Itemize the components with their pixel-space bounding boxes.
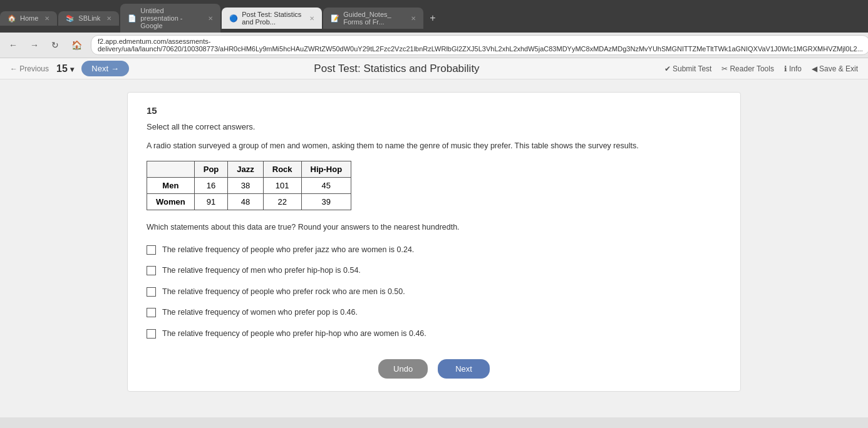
- row-men-rock: 101: [263, 177, 301, 193]
- tab-posttest[interactable]: 🔵 Post Test: Statistics and Prob... ✕: [222, 8, 322, 29]
- tab-guided-label: Guided_Notes_ Forms of Fr...: [343, 11, 405, 26]
- answer-choice-c: The relative frequency of people who pre…: [147, 285, 721, 299]
- tab-posttest-close[interactable]: ✕: [309, 15, 314, 22]
- next-button-bottom[interactable]: Next: [438, 359, 490, 379]
- table-header-rock: Rock: [263, 161, 301, 177]
- table-header-hiphop: Hip-Hop: [301, 161, 351, 177]
- toolbar-right: ✔ Submit Test ✂ Reader Tools ℹ Info ◀ Sa…: [664, 64, 858, 73]
- home-icon: 🏠: [8, 14, 16, 23]
- row-women-rock: 22: [263, 193, 301, 210]
- question-num-dropdown[interactable]: ▾: [70, 65, 74, 74]
- browser-window: 🏠 Home ✕ 📚 SBLink ✕ 📄 Untitled presentat…: [0, 0, 868, 58]
- tab-sblink-label: SBLink: [78, 14, 100, 22]
- submit-test-label: Submit Test: [673, 64, 711, 73]
- new-tab-button[interactable]: +: [425, 13, 440, 24]
- table-row-women: Women 91 48 22 39: [147, 193, 351, 210]
- question-card: 15 Select all the correct answers. A rad…: [127, 92, 741, 392]
- checkbox-a[interactable]: [147, 245, 156, 255]
- app-toolbar: ← Previous 15 ▾ Next → Post Test: Statis…: [0, 58, 868, 79]
- checkbox-e[interactable]: [147, 329, 156, 339]
- tab-bar: 🏠 Home ✕ 📚 SBLink ✕ 📄 Untitled presentat…: [0, 0, 868, 33]
- next-button-top[interactable]: Next →: [81, 61, 129, 76]
- row-women-pop: 91: [194, 193, 228, 210]
- checkbox-d[interactable]: [147, 308, 156, 317]
- tab-guided-close[interactable]: ✕: [411, 15, 416, 22]
- home-button[interactable]: 🏠: [68, 39, 86, 51]
- tab-untitled-label: Untitled presentation - Google: [140, 7, 202, 29]
- reader-tools-label: Reader Tools: [730, 64, 774, 73]
- question-number: 15: [147, 105, 721, 116]
- question-number-display: 15 ▾: [56, 63, 74, 74]
- forward-button[interactable]: →: [26, 39, 43, 51]
- tab-untitled[interactable]: 📄 Untitled presentation - Google ✕: [120, 4, 220, 33]
- table-header-empty: [147, 161, 195, 177]
- question-num-value: 15: [56, 63, 68, 74]
- checkbox-c[interactable]: [147, 287, 156, 297]
- guided-icon: 📝: [331, 14, 339, 23]
- prompt: A radio station surveyed a group of men …: [147, 140, 721, 152]
- bottom-bar: Undo Next: [147, 348, 721, 379]
- save-icon: ◀: [812, 64, 817, 73]
- row-label-women: Women: [147, 193, 195, 210]
- table-header-pop: Pop: [194, 161, 228, 177]
- save-exit-button[interactable]: ◀ Save & Exit: [812, 64, 858, 73]
- survey-table: Pop Jazz Rock Hip-Hop Men 16 38 101 45 W…: [147, 161, 351, 210]
- question-text: Which statements about this data are tru…: [147, 222, 721, 233]
- tab-home-close[interactable]: ✕: [44, 15, 49, 22]
- info-icon: ℹ: [784, 64, 787, 73]
- tab-untitled-close[interactable]: ✕: [208, 15, 213, 22]
- row-men-jazz: 38: [228, 177, 263, 193]
- reader-icon: ✂: [721, 64, 728, 73]
- tab-sblink-close[interactable]: ✕: [106, 15, 111, 22]
- previous-link[interactable]: ← Previous: [10, 64, 49, 73]
- page-title: Post Test: Statistics and Probability: [137, 63, 657, 75]
- checkbox-b[interactable]: [147, 266, 156, 275]
- answer-label-c: The relative frequency of people who pre…: [162, 287, 405, 298]
- content-area: 15 Select all the correct answers. A rad…: [0, 79, 868, 417]
- answer-label-b: The relative frequency of men who prefer…: [162, 265, 361, 277]
- sblink-icon: 📚: [66, 14, 75, 23]
- undo-button[interactable]: Undo: [378, 359, 428, 379]
- answer-choice-d: The relative frequency of women who pref…: [147, 306, 721, 320]
- tab-home[interactable]: 🏠 Home ✕: [0, 11, 57, 26]
- submit-icon: ✔: [664, 64, 671, 73]
- doc-icon: 📄: [128, 14, 137, 23]
- reload-button[interactable]: ↻: [48, 39, 63, 51]
- url-input[interactable]: f2.app.edmentum.com/assessments-delivery…: [91, 35, 868, 55]
- row-label-men: Men: [147, 177, 195, 193]
- submit-test-button[interactable]: ✔ Submit Test: [664, 64, 711, 73]
- tab-posttest-label: Post Test: Statistics and Prob...: [242, 11, 303, 26]
- address-bar: ← → ↻ 🏠 f2.app.edmentum.com/assessments-…: [0, 33, 868, 58]
- tab-guided[interactable]: 📝 Guided_Notes_ Forms of Fr... ✕: [323, 8, 423, 29]
- posttest-icon: 🔵: [229, 14, 238, 23]
- instruction: Select all the correct answers.: [147, 122, 721, 131]
- answer-choice-e: The relative frequency of people who pre…: [147, 327, 721, 341]
- answer-choice-b: The relative frequency of men who prefer…: [147, 264, 721, 278]
- tab-sblink[interactable]: 📚 SBLink ✕: [58, 11, 119, 26]
- row-women-jazz: 48: [228, 193, 263, 210]
- row-men-hiphop: 45: [301, 177, 351, 193]
- answer-label-e: The relative frequency of people who pre…: [162, 329, 426, 340]
- next-label: Next: [91, 64, 108, 73]
- row-women-hiphop: 39: [301, 193, 351, 210]
- table-row-men: Men 16 38 101 45: [147, 177, 351, 193]
- back-button[interactable]: ←: [5, 39, 21, 51]
- info-button[interactable]: ℹ Info: [784, 64, 802, 73]
- info-label: Info: [789, 64, 802, 73]
- reader-tools-button[interactable]: ✂ Reader Tools: [721, 64, 774, 73]
- answer-label-a: The relative frequency of people who pre…: [162, 245, 414, 256]
- answer-choice-a: The relative frequency of people who pre…: [147, 243, 721, 257]
- answer-label-d: The relative frequency of women who pref…: [162, 307, 358, 318]
- tab-home-label: Home: [20, 14, 38, 22]
- table-header-jazz: Jazz: [228, 161, 263, 177]
- next-arrow-icon: →: [111, 64, 119, 73]
- row-men-pop: 16: [194, 177, 228, 193]
- save-exit-label: Save & Exit: [819, 64, 858, 73]
